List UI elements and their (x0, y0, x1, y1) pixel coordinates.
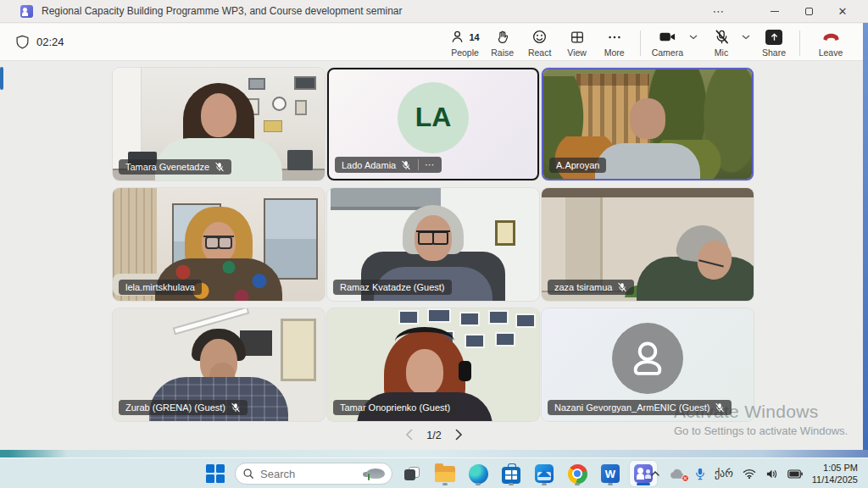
participant-tile-tamara-gvenetadze[interactable]: Tamara Gvenetadze (113, 68, 325, 180)
mic-off-icon (214, 162, 225, 172)
wifi-icon[interactable] (743, 469, 756, 479)
mic-label: Mic (715, 47, 728, 58)
view-grid-icon (570, 30, 585, 45)
windows-taskbar: W ✕ ქარ 1:05 PM 11/14/2 (0, 458, 868, 488)
taskbar-search[interactable] (235, 463, 392, 485)
react-smiley-icon (531, 29, 548, 45)
leave-call-icon (821, 31, 841, 43)
participant-tile-a-aproyan[interactable]: A.Aproyan (542, 68, 754, 180)
minimize-button[interactable] (758, 0, 792, 22)
system-tray: ✕ ქარ 1:05 PM 11/14/2025 (650, 458, 861, 488)
teams-meeting-window: Regional Capacity Building Programme WP3… (0, 0, 868, 488)
react-label: React (528, 47, 551, 58)
person-icon (622, 333, 673, 384)
task-view-button[interactable] (398, 461, 426, 486)
meeting-timer: 02:24 (15, 35, 64, 49)
participant-name-label: Lado Adamia ⋯ (335, 157, 442, 173)
word-icon: W (601, 464, 620, 483)
mic-off-icon (715, 402, 725, 413)
camera-icon (659, 29, 676, 45)
window-title: Regional Capacity Building Programme WP3… (42, 5, 403, 17)
participant-name-label: Nazani Gevorgyan_ArmENIC (Guest) (548, 400, 732, 415)
view-button[interactable]: View (559, 28, 596, 58)
participant-tile-ramaz-kvatadze[interactable]: Ramaz Kvatadze (Guest) (327, 188, 539, 301)
battery-icon[interactable] (787, 469, 803, 479)
word-button[interactable]: W (597, 461, 624, 486)
volume-icon[interactable] (765, 469, 778, 480)
participant-initials: LA (415, 102, 452, 133)
search-highlight-image (363, 467, 385, 480)
desktop-strip (0, 450, 868, 458)
desktop-edge (863, 23, 868, 452)
person-avatar (612, 323, 683, 394)
participant-tile-zurab-grena[interactable]: Zurab (GRENA) (Guest) (113, 308, 325, 421)
close-button[interactable]: ✕ (826, 0, 860, 22)
mic-off-icon (401, 160, 411, 170)
teams-app-icon (20, 5, 33, 18)
participant-name-label: Tamar Onoprienko (Guest) (333, 400, 457, 415)
participant-tile-nazani-gevorgyan[interactable]: Nazani Gevorgyan_ArmENIC (Guest) (542, 308, 754, 421)
participant-tile-tamar-onoprienko[interactable]: Tamar Onoprienko (Guest) (327, 308, 539, 421)
file-explorer-icon (435, 466, 455, 482)
more-ellipsis-icon (607, 30, 622, 45)
react-button[interactable]: React (521, 28, 559, 58)
titlebar-more-button[interactable]: ⋯ (702, 0, 736, 22)
people-count: 14 (469, 32, 479, 42)
previous-page-chevron-icon[interactable] (405, 429, 413, 442)
search-input[interactable] (260, 468, 345, 480)
search-icon (242, 468, 254, 480)
view-label: View (567, 47, 587, 58)
raise-hand-button[interactable]: Raise (484, 28, 521, 58)
microphone-in-use-icon[interactable] (695, 468, 705, 480)
participant-tile-lela-mirtskhulava[interactable]: lela.mirtskhulava (113, 188, 325, 301)
more-label: More (604, 47, 625, 58)
participant-tile-lado-adamia[interactable]: LA Lado Adamia ⋯ (327, 68, 539, 180)
tray-date: 11/14/2025 (812, 474, 858, 485)
store-icon (502, 467, 520, 484)
share-button[interactable]: Share (755, 28, 793, 58)
timer-text: 02:24 (36, 36, 64, 48)
tile-more-menu-icon[interactable]: ⋯ (418, 159, 435, 170)
video-stage: Tamara Gvenetadze LA Lado Adamia ⋯ (0, 61, 868, 450)
participant-name-label: lela.mirtskhulava (119, 280, 202, 295)
page-indicator: 1/2 (426, 430, 441, 441)
edge-button[interactable] (465, 461, 492, 486)
title-bar: Regional Capacity Building Programme WP3… (0, 0, 868, 23)
leave-button[interactable]: Leave (812, 28, 849, 58)
camera-button[interactable]: Camera (648, 28, 687, 58)
microsoft-store-button[interactable] (498, 461, 525, 486)
taskbar-clock[interactable]: 1:05 PM 11/14/2025 (812, 462, 858, 486)
people-button[interactable]: 14 People (446, 28, 483, 58)
participant-name-label: Ramaz Kvatadze (Guest) (333, 280, 452, 295)
camera-chevron-down-icon[interactable] (689, 33, 698, 42)
more-button[interactable]: More (596, 28, 633, 58)
hidden-icons-chevron-icon[interactable] (650, 470, 660, 477)
start-button[interactable] (202, 461, 229, 486)
edge-icon (469, 464, 488, 484)
mic-button[interactable]: Mic (703, 28, 740, 58)
language-indicator[interactable]: ქარ (715, 468, 733, 480)
mic-off-icon (231, 402, 241, 413)
maximize-button[interactable] (792, 0, 826, 22)
windows-logo-icon (206, 464, 225, 483)
raise-hand-icon (495, 30, 510, 45)
participant-name-label: Zurab (GRENA) (Guest) (119, 400, 248, 415)
share-label: Share (762, 47, 786, 58)
mic-off-icon (617, 282, 627, 292)
people-icon (450, 29, 466, 45)
leave-label: Leave (819, 47, 843, 58)
mic-chevron-down-icon[interactable] (742, 33, 750, 42)
chrome-button[interactable] (564, 461, 591, 486)
meeting-toolbar: 02:24 14 People Raise React (0, 24, 868, 61)
outlook-icon (535, 464, 554, 483)
share-icon (765, 30, 782, 45)
participant-tile-zaza-tsiramua[interactable]: zaza tsiramua (542, 188, 754, 301)
outlook-button[interactable] (531, 461, 558, 486)
participant-name-label: Tamara Gvenetadze (119, 159, 231, 175)
participant-name-label: zaza tsiramua (548, 280, 634, 295)
onedrive-error-icon[interactable]: ✕ (670, 469, 686, 480)
mic-muted-icon (714, 29, 730, 45)
next-page-chevron-icon[interactable] (455, 429, 463, 442)
chrome-icon (568, 464, 587, 484)
file-explorer-button[interactable] (431, 461, 459, 486)
